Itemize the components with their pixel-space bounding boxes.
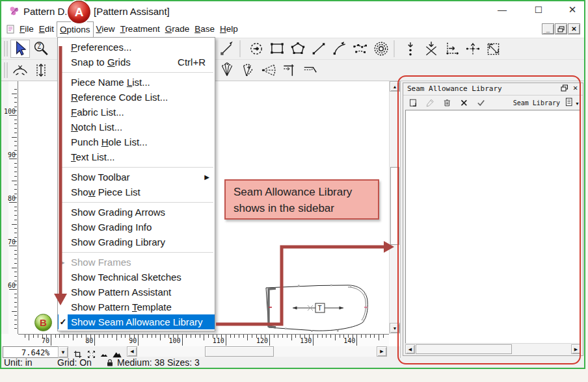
curve-tool[interactable] (330, 40, 349, 58)
grade-cross-tool[interactable] (463, 40, 483, 58)
ruler-tick (12, 311, 17, 312)
menu-separator (59, 72, 213, 73)
mdi-close-button[interactable]: ✕ (568, 23, 580, 34)
ruler-tick (12, 268, 17, 268)
menu-item-snap-to-grids[interactable]: Snap to GridsCtrl+R (58, 55, 215, 70)
menu-item-text-list[interactable]: Text List... (58, 149, 215, 164)
pointer-tool[interactable] (10, 40, 30, 58)
ruler-tick (14, 172, 17, 172)
ruler-tick (186, 335, 187, 338)
zoom-level-combo[interactable]: 7.642% (3, 346, 59, 358)
ruler-tick (152, 335, 152, 338)
ruler-tick (326, 335, 327, 338)
pen-line-tool[interactable] (217, 40, 237, 58)
toolbar-grip[interactable] (4, 41, 8, 57)
ruler-tick (14, 272, 17, 272)
ruler-tick (59, 335, 60, 338)
ruler-tick (14, 167, 17, 168)
ruler-tick (64, 335, 64, 338)
curve-adjust-tool[interactable] (10, 61, 30, 79)
ruler-tick (25, 335, 25, 338)
menu-item-show-pattern-template[interactable]: Show Pattern Template (58, 299, 215, 314)
pattern-piece[interactable]: T (260, 282, 374, 337)
close-button[interactable]: ✕ (561, 3, 583, 17)
menu-item-reference-code-list[interactable]: Reference Code List... (58, 90, 215, 105)
canvas-h-scroll-thumb[interactable] (205, 346, 274, 357)
menu-item-show-piece-list[interactable]: Show Piece List (58, 185, 215, 199)
ruler-tick (12, 137, 17, 138)
ruler-tick (14, 276, 17, 277)
ruler-tick (12, 94, 17, 94)
mdi-restore-button[interactable] (555, 23, 567, 34)
ruler-tick (9, 289, 17, 290)
grade-corner-tool[interactable] (442, 40, 462, 58)
menu-item-fabric-list[interactable]: Fabric List... (58, 105, 215, 120)
corner-notch-tool[interactable] (301, 61, 320, 79)
menu-item-show-grading-arrows[interactable]: Show Grading Arrows (58, 205, 215, 220)
ruler-tick (14, 263, 17, 264)
move-point-tool[interactable] (247, 40, 266, 58)
menubar-item-base[interactable]: Base (192, 21, 217, 37)
ruler-tick (379, 335, 379, 340)
menu-item-show-grading-info[interactable]: Show Grading Info (58, 220, 215, 235)
minimize-button[interactable]: — (491, 3, 513, 17)
grade-box-tool[interactable] (484, 40, 503, 58)
dart-fan-plus-tool[interactable] (238, 61, 258, 79)
canvas-scroll-left-button[interactable]: ◀ (127, 346, 137, 357)
menubar-item-file[interactable]: File (17, 21, 36, 37)
ruler-tick (14, 320, 17, 320)
menubar-item-help[interactable]: Help (217, 21, 241, 37)
grade-x-tool[interactable] (421, 40, 441, 58)
grade-point-tool[interactable] (401, 40, 420, 58)
menu-item-show-seam-allowance-library[interactable]: ✓Show Seam Allowance Library (58, 314, 215, 329)
menu-item-show-technical-sketches[interactable]: Show Technical Sketches (58, 270, 215, 285)
line-tool[interactable] (309, 40, 328, 58)
menu-item-show-pattern-assistant[interactable]: Show Pattern Assistant (58, 285, 215, 299)
menubar-item-view[interactable]: View (94, 21, 118, 37)
menu-item-piece-name-list[interactable]: Piece Name List... (58, 75, 215, 90)
ruler-tick (14, 207, 17, 207)
ruler-tick (9, 246, 17, 246)
menu-item-show-toolbar[interactable]: Show Toolbar▶ (58, 170, 215, 185)
ruler-tick (14, 324, 17, 325)
polygon-tool[interactable] (288, 40, 308, 58)
status-grid: Grid: On (57, 357, 92, 368)
frames-flag-icon: ▸ (62, 259, 65, 266)
dart-fan-tool[interactable] (217, 61, 237, 79)
lock-icon (106, 359, 114, 367)
ruler-tick (14, 141, 17, 142)
canvas-scroll-right-button[interactable]: ▶ (377, 346, 387, 357)
menubar-item-grade[interactable]: Grade (163, 21, 193, 37)
menu-separator (59, 167, 213, 168)
circles-tool[interactable] (371, 40, 391, 58)
toolbar-grip-2[interactable] (4, 62, 8, 78)
menu-item-preferences[interactable]: Preferences... (58, 40, 215, 55)
polyline-tool[interactable] (351, 40, 370, 58)
measure-vertical-tool[interactable] (31, 61, 51, 79)
left-edge-strip (1, 81, 8, 358)
menubar-item-edit[interactable]: Edit (36, 21, 57, 37)
menu-item-show-grading-library[interactable]: Show Grading Library (58, 235, 215, 249)
zoom-dropdown-button[interactable]: ▼ (58, 346, 68, 358)
ruler-tick (383, 335, 384, 338)
horizontal-ruler-label: 120 (254, 337, 268, 344)
horizontal-ruler-label: 110 (211, 337, 224, 344)
spread-tool[interactable] (259, 61, 278, 79)
ruler-tick (282, 335, 283, 338)
menu-item-show-frames[interactable]: ▸Show Frames (58, 255, 215, 270)
maximize-button[interactable]: ☐ (528, 3, 550, 17)
menu-item-notch-list[interactable]: Notch List... (58, 120, 215, 134)
horizontal-ruler-label: 80 (79, 337, 93, 344)
ruler-tick (200, 335, 200, 338)
corner-ruler-tool[interactable] (280, 61, 299, 79)
zoom-tool[interactable]: Z (31, 40, 51, 58)
menubar-item-options[interactable]: Options (57, 21, 94, 37)
ruler-tick (14, 133, 17, 133)
rectangle-tool[interactable] (267, 40, 287, 58)
annotation-callout: Seam Allowance Library shows in the side… (224, 179, 379, 220)
ruler-tick (14, 194, 17, 194)
menu-separator (59, 252, 213, 253)
menubar-item-treatment[interactable]: Treatment (118, 21, 163, 37)
menu-item-punch-hole-list[interactable]: Punch Hole List... (58, 134, 215, 149)
mdi-minimize-button[interactable]: _ (542, 23, 554, 34)
